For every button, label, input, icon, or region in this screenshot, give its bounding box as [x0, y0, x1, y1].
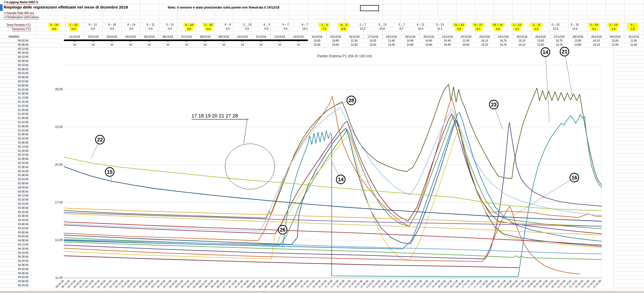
annotation-leader-15 [110, 172, 112, 182]
data-cell: 21,00 [463, 39, 469, 42]
x-axis-label: 19.18.56 [514, 279, 524, 289]
temp-peretola-cell: -3 _ 13 [378, 23, 386, 26]
horizontal-scrollbar[interactable]: ⋯ [0, 291, 644, 293]
time-row-label: 01.13.56 [4, 96, 28, 99]
data-cell: 10 [259, 43, 263, 46]
data-cell: 10 [297, 39, 300, 42]
time-row-label: 04.33.56 [4, 259, 28, 262]
date-cell: 19/12/18 [405, 35, 415, 38]
chart-object[interactable]: 26,0023,0020,0017,0014,0011,0000.03.5600… [0, 0, 644, 293]
date-cell: 04/12/18 [125, 35, 136, 38]
right-empty-cells-grid [614, 47, 644, 291]
time-row-label: 04.03.56 [4, 235, 28, 238]
time-row-label: 00.43.56 [4, 72, 28, 75]
date-cell: 30/12/18 [610, 35, 620, 38]
x-axis-label: 03.33.56 [138, 279, 148, 289]
temp-peretola-cell: 4 – 7 [282, 23, 289, 26]
selected-cell[interactable] [360, 5, 379, 11]
scrollbar-handle-icon[interactable]: ⋯ [262, 290, 266, 293]
variazione-cell: 8,1 [474, 27, 482, 31]
series-15-navy-decline [64, 167, 601, 221]
data-cell: 10 [166, 39, 169, 42]
x-axis-label: 01.33.56 [91, 279, 100, 289]
date-cell: 10/12/18 [237, 35, 248, 38]
y-axis-label: 23,00 [55, 125, 63, 129]
temp-peretola-cell: 6 – 14 [128, 23, 136, 26]
temp-peretola-cell: -4 _ 5 [263, 23, 270, 26]
annotation-number-15: 15 [107, 169, 113, 175]
variazione-cell: 12,6 [572, 27, 577, 30]
annotation-leader-22 [91, 140, 100, 159]
series-second-hump-blue [64, 113, 601, 249]
variazione-cell: 0,0 [226, 27, 230, 30]
y-axis-label: 11,00 [55, 276, 63, 280]
date-cell: 01/12/18 [69, 35, 80, 38]
date-cell: 11/12/18 [256, 35, 266, 38]
time-row-label: 01.33.56 [4, 112, 28, 115]
date-cell: 27/12/18 [554, 35, 565, 38]
note-label: Nota: il sensore è stato posizionato sul… [168, 6, 280, 9]
data-cell: 20,90 [463, 43, 469, 46]
x-axis-label: 15.03.56 [413, 279, 423, 289]
time-row-label: 00.28.56 [4, 59, 28, 62]
date-cell: 14/12/18 [312, 35, 322, 38]
time-row-label: 02.23.56 [4, 153, 28, 156]
x-axis-label: 11.18.56 [324, 279, 333, 289]
data-cell: 10 [222, 39, 225, 42]
series-21-sawtooth-olive [64, 84, 601, 218]
data-cell: 10,50 [369, 43, 376, 46]
variazione-row-label: Variazione (°C) [12, 27, 31, 30]
x-axis-label: 19.33.56 [520, 279, 530, 289]
temp-peretola-cell: 5 – 16 [48, 23, 60, 27]
data-cell: 10 [129, 43, 132, 46]
temp-peretola-cell: -4 _ 3 [338, 23, 349, 27]
x-axis-label: 06.03.56 [198, 279, 208, 289]
series-dark-maroon [64, 256, 519, 268]
data-cell: 10 [278, 39, 281, 42]
annotation-circle-21 [560, 47, 569, 56]
row-gridline [0, 4, 644, 4]
row-gridline [0, 19, 644, 19]
variazione-cell: 10,9 [379, 27, 385, 30]
time-row-label: 02.18.56 [4, 149, 28, 152]
temp-peretola-cell: -2 _ 13 [243, 23, 251, 26]
data-cell: 10,50 [369, 39, 376, 42]
x-axis-label: 08.33.56 [258, 279, 267, 289]
time-row-label: 00.23.56 [4, 55, 28, 58]
variazione-cell: 1,6 [494, 27, 502, 31]
temp-peretola-cell: -2 _ 7 [398, 23, 405, 26]
variazione-cell: 0,0 [149, 27, 153, 30]
time-row-label: 01.53.56 [4, 129, 28, 132]
variazione-cell: 0,0 [204, 27, 212, 31]
series-light-blue [64, 108, 601, 231]
x-axis-label: 07.33.56 [234, 279, 243, 289]
series-22-chartreuse [64, 157, 601, 211]
x-axis-label: 01.03.56 [79, 279, 88, 289]
x-axis-label: 18.18.56 [491, 279, 500, 289]
data-cell: 14,80 [407, 43, 414, 46]
time-row-label: 01.18.56 [4, 100, 28, 103]
date-cell: 07/12/18 [181, 35, 192, 38]
variazione-cell: 11,1 [437, 27, 443, 30]
data-cell: 10 [185, 39, 188, 42]
x-axis-label: 04.48.56 [168, 279, 178, 289]
series-28-orange [64, 96, 601, 241]
time-row-label: 01.03.56 [4, 88, 28, 91]
annotation-number-23: 23 [491, 102, 497, 107]
data-cell: 10 [204, 43, 207, 46]
time-row-label: 02.33.56 [4, 161, 28, 164]
temp-peretola-cell: 1 – 13 [511, 23, 523, 27]
temp-peretola-cell: 4 – 7 [302, 23, 308, 26]
annotation-number-28: 28 [348, 98, 354, 103]
time-row-label: 00.03.56 [4, 39, 28, 42]
time-row-label: 04.43.56 [4, 267, 28, 271]
data-cell: 10 [110, 43, 114, 46]
variazione-cell: 0,0 [110, 27, 114, 30]
annotation-circle-14 [541, 48, 550, 57]
x-axis-label: 10.18.56 [299, 279, 309, 289]
temp-peretola-cell: 4 – 11 [417, 23, 424, 26]
time-row-label: 04.58.56 [4, 280, 28, 283]
x-axis-label: 20.18.56 [538, 279, 548, 289]
annotation-circle-26 [278, 225, 287, 234]
time-row-label: 04.18.56 [4, 247, 28, 250]
